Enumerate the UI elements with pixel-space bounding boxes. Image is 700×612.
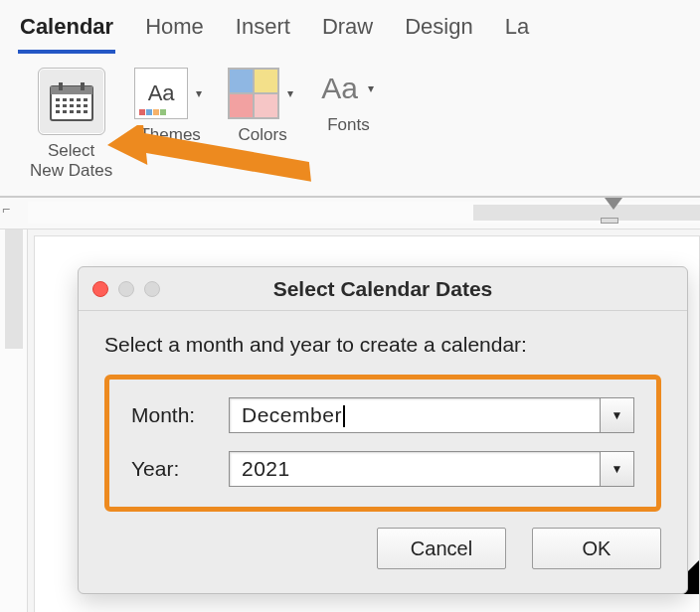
ribbon: Select New Dates Aa ▾ Themes ▾ Colors (0, 54, 700, 198)
dialog-titlebar[interactable]: Select Calendar Dates (79, 267, 687, 311)
select-new-dates-label: Select New Dates (30, 141, 112, 180)
svg-rect-4 (56, 98, 60, 101)
svg-rect-18 (84, 110, 88, 113)
select-new-dates-button[interactable] (38, 68, 105, 135)
indent-marker-bottom[interactable] (601, 218, 618, 224)
svg-rect-14 (56, 110, 60, 113)
svg-rect-16 (70, 110, 74, 113)
tab-calendar[interactable]: Calendar (18, 10, 115, 54)
colors-dropdown-caret[interactable]: ▾ (283, 86, 297, 100)
cancel-button[interactable]: Cancel (377, 528, 506, 569)
group-themes: Aa ▾ Themes (134, 68, 206, 145)
svg-rect-12 (77, 104, 81, 107)
highlighted-fields: Month: December ▼ Year: 2021 ▼ (104, 375, 661, 512)
month-combobox[interactable]: December ▼ (229, 397, 634, 433)
themes-dropdown-caret[interactable]: ▾ (192, 86, 206, 100)
year-value: 2021 (242, 457, 290, 480)
svg-rect-5 (63, 98, 67, 101)
group-colors: ▾ Colors (228, 68, 297, 145)
svg-rect-3 (81, 82, 85, 90)
month-label: Month: (131, 403, 215, 427)
tab-layout[interactable]: La (503, 10, 531, 54)
themes-aa-icon: Aa (148, 80, 175, 106)
ribbon-tabs: Calendar Home Insert Draw Design La (0, 0, 700, 54)
tab-selector-icon[interactable]: ⌐ (2, 201, 10, 217)
fonts-label: Fonts (327, 115, 370, 135)
themes-label: Themes (139, 125, 200, 145)
svg-rect-1 (51, 86, 92, 94)
svg-rect-15 (63, 110, 67, 113)
svg-rect-9 (56, 104, 60, 107)
group-fonts: Aa ▾ Fonts (319, 68, 378, 135)
svg-rect-10 (63, 104, 67, 107)
text-cursor (343, 405, 345, 427)
colors-button[interactable] (228, 68, 279, 119)
svg-rect-11 (70, 104, 74, 107)
svg-rect-6 (70, 98, 74, 101)
month-dropdown-button[interactable]: ▼ (600, 398, 633, 432)
tab-home[interactable]: Home (143, 10, 206, 54)
ruler-vertical[interactable] (0, 230, 28, 612)
colors-label: Colors (239, 125, 287, 145)
svg-rect-17 (77, 110, 81, 113)
dialog-prompt: Select a month and year to create a cale… (104, 333, 661, 357)
svg-rect-8 (84, 98, 88, 101)
calendar-icon (50, 81, 93, 121)
tab-design[interactable]: Design (403, 10, 474, 54)
year-label: Year: (131, 457, 215, 481)
year-dropdown-button[interactable]: ▼ (600, 452, 633, 486)
year-combobox[interactable]: 2021 ▼ (229, 451, 634, 487)
month-value: December (242, 403, 342, 426)
ok-button[interactable]: OK (532, 528, 661, 569)
tab-insert[interactable]: Insert (234, 10, 292, 54)
ruler-horizontal-area: ⌐ (0, 198, 700, 230)
svg-rect-7 (77, 98, 81, 101)
dialog-title: Select Calendar Dates (79, 277, 687, 301)
svg-rect-13 (84, 104, 88, 107)
indent-marker-top[interactable] (605, 198, 622, 210)
group-select-new-dates: Select New Dates (30, 68, 112, 180)
themes-button[interactable]: Aa (134, 68, 188, 119)
svg-rect-2 (59, 82, 63, 90)
themes-mini-swatches (139, 109, 166, 115)
fonts-button[interactable]: Aa (319, 68, 360, 109)
select-calendar-dates-dialog: Select Calendar Dates Select a month and… (78, 266, 688, 594)
tab-draw[interactable]: Draw (320, 10, 375, 54)
ruler-horizontal[interactable] (28, 202, 700, 224)
fonts-dropdown-caret[interactable]: ▾ (364, 81, 378, 95)
